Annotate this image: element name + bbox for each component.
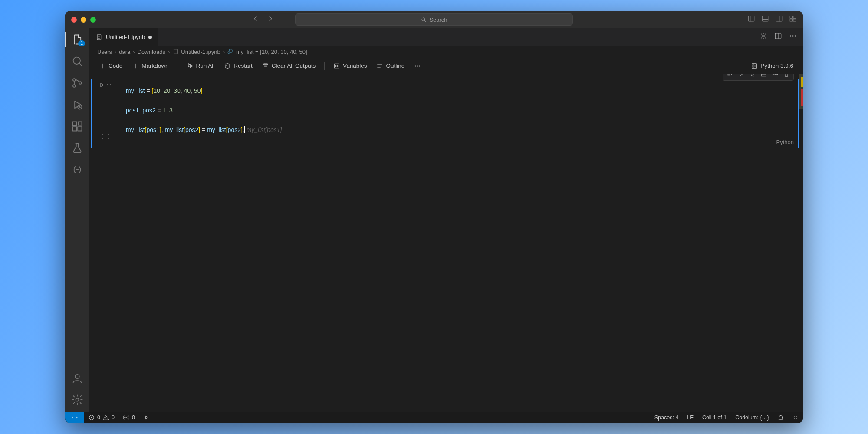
breadcrumb-segment[interactable]: Downloads bbox=[138, 49, 165, 55]
breadcrumb-segment[interactable]: Untitled-1.ipynb bbox=[181, 49, 220, 55]
cell-language-label[interactable]: Python bbox=[776, 139, 794, 145]
breadcrumb-segment[interactable]: dara bbox=[119, 49, 130, 55]
tab-label: Untitled-1.ipynb bbox=[106, 34, 145, 40]
split-cell-icon[interactable] bbox=[760, 74, 767, 79]
add-markdown-cell-button[interactable]: Markdown bbox=[128, 61, 172, 71]
code-cell[interactable]: my_list = [10, 20, 30, 40, 50] pos1, pos… bbox=[118, 79, 799, 148]
breadcrumb-symbol[interactable]: my_list = [10, 20, 30, 40, 50] bbox=[236, 49, 307, 55]
svg-rect-14 bbox=[73, 127, 77, 131]
breadcrumb[interactable]: Users› dara› Downloads› Untitled-1.ipynb… bbox=[89, 46, 803, 58]
play-all-icon bbox=[187, 62, 194, 69]
panel-left-icon[interactable] bbox=[747, 15, 755, 24]
nav-arrows bbox=[252, 15, 274, 24]
debug-start-button[interactable] bbox=[139, 414, 154, 421]
svg-point-26 bbox=[230, 50, 230, 50]
svg-rect-2 bbox=[762, 16, 768, 21]
explorer-badge: 1 bbox=[78, 40, 85, 46]
variables-button[interactable]: Variables bbox=[330, 61, 370, 71]
svg-point-18 bbox=[76, 398, 79, 401]
outline-icon bbox=[376, 62, 383, 69]
cell-focus-indicator bbox=[91, 79, 92, 148]
run-cell-button[interactable] bbox=[99, 82, 112, 88]
settings-gear-icon[interactable] bbox=[71, 394, 83, 406]
layout-icon[interactable] bbox=[789, 15, 797, 24]
clear-outputs-button[interactable]: Clear All Outputs bbox=[259, 61, 319, 71]
minimize-window-button[interactable] bbox=[81, 17, 86, 23]
notebook-toolbar: Code Markdown Run All Restart Clear All … bbox=[89, 58, 803, 74]
extensions-icon[interactable] bbox=[71, 120, 83, 132]
notifications-button[interactable] bbox=[773, 414, 788, 421]
titlebar: Search bbox=[65, 11, 803, 28]
vscode-window: Search 1 bbox=[65, 11, 803, 423]
indentation-button[interactable]: Spaces: 4 bbox=[650, 414, 683, 421]
panel-bottom-icon[interactable] bbox=[761, 15, 769, 24]
svg-point-0 bbox=[422, 18, 425, 21]
error-icon bbox=[89, 414, 95, 421]
code-editor[interactable]: my_list = [10, 20, 30, 40, 50] pos1, pos… bbox=[118, 79, 798, 137]
nav-back-icon[interactable] bbox=[252, 15, 260, 24]
svg-point-24 bbox=[795, 36, 796, 36]
close-window-button[interactable] bbox=[71, 17, 77, 23]
cell-position[interactable]: Cell 1 of 1 bbox=[698, 414, 731, 421]
panel-right-icon[interactable] bbox=[775, 15, 783, 24]
maximize-window-button[interactable] bbox=[90, 17, 96, 23]
split-editor-icon[interactable] bbox=[774, 32, 782, 42]
clear-icon bbox=[262, 62, 269, 69]
run-debug-icon[interactable] bbox=[71, 99, 83, 111]
delete-cell-icon[interactable] bbox=[783, 74, 790, 79]
svg-rect-5 bbox=[793, 16, 796, 18]
svg-point-34 bbox=[753, 67, 753, 67]
server-icon bbox=[751, 62, 758, 69]
source-control-icon[interactable] bbox=[71, 77, 83, 89]
run-settings-icon[interactable] bbox=[760, 32, 767, 42]
svg-rect-3 bbox=[776, 16, 782, 21]
modified-indicator-icon bbox=[148, 36, 152, 39]
cell-toolbar bbox=[723, 74, 794, 81]
restart-kernel-button[interactable]: Restart bbox=[220, 61, 256, 71]
problems-button[interactable]: 0 0 bbox=[84, 414, 119, 421]
svg-point-17 bbox=[75, 375, 79, 378]
execute-above-icon[interactable] bbox=[738, 74, 745, 79]
breadcrumb-segment[interactable]: Users bbox=[97, 49, 112, 55]
run-by-line-icon[interactable] bbox=[727, 74, 733, 79]
svg-point-20 bbox=[763, 35, 765, 37]
ports-button[interactable]: 0 bbox=[119, 414, 139, 421]
svg-rect-6 bbox=[790, 19, 792, 21]
warning-icon bbox=[103, 414, 109, 421]
outline-button[interactable]: Outline bbox=[373, 61, 408, 71]
search-activity-icon[interactable] bbox=[71, 55, 83, 67]
broadcast-icon bbox=[123, 414, 129, 421]
testing-icon[interactable] bbox=[71, 142, 83, 154]
toolbar-more-button[interactable] bbox=[411, 61, 424, 71]
cell-more-icon[interactable] bbox=[772, 74, 779, 79]
feedback-icon bbox=[792, 414, 799, 421]
debug-icon bbox=[144, 414, 150, 421]
kernel-picker-button[interactable]: Python 3.9.6 bbox=[747, 61, 797, 71]
search-icon bbox=[421, 16, 427, 23]
nav-forward-icon[interactable] bbox=[266, 15, 274, 24]
more-actions-icon[interactable] bbox=[789, 32, 797, 42]
notebook-editor[interactable]: [ ] my_list = [10, 20, 30, 40, 50] pos1,… bbox=[89, 74, 803, 412]
explorer-icon[interactable]: 1 bbox=[71, 33, 83, 46]
notebook-file-icon bbox=[95, 34, 102, 41]
svg-rect-19 bbox=[97, 35, 101, 40]
add-code-cell-button[interactable]: Code bbox=[95, 61, 126, 71]
feedback-button[interactable] bbox=[788, 414, 803, 421]
codeium-icon[interactable] bbox=[71, 164, 83, 176]
svg-rect-16 bbox=[78, 122, 82, 125]
activity-bar: 1 bbox=[65, 28, 89, 412]
tab-untitled-notebook[interactable]: Untitled-1.ipynb bbox=[89, 28, 158, 46]
eol-button[interactable]: LF bbox=[683, 414, 698, 421]
codeium-status[interactable]: Codeium: {…} bbox=[731, 414, 773, 421]
execute-below-icon[interactable] bbox=[749, 74, 756, 79]
variables-icon bbox=[333, 62, 340, 69]
chevron-down-icon bbox=[106, 82, 112, 88]
account-icon[interactable] bbox=[71, 372, 83, 384]
svg-rect-4 bbox=[790, 16, 792, 18]
run-all-button[interactable]: Run All bbox=[183, 61, 218, 71]
restart-icon bbox=[224, 62, 231, 69]
search-placeholder: Search bbox=[429, 16, 447, 23]
notebook-file-icon bbox=[172, 49, 178, 55]
remote-button[interactable] bbox=[65, 412, 84, 423]
command-center-search[interactable]: Search bbox=[295, 13, 573, 26]
